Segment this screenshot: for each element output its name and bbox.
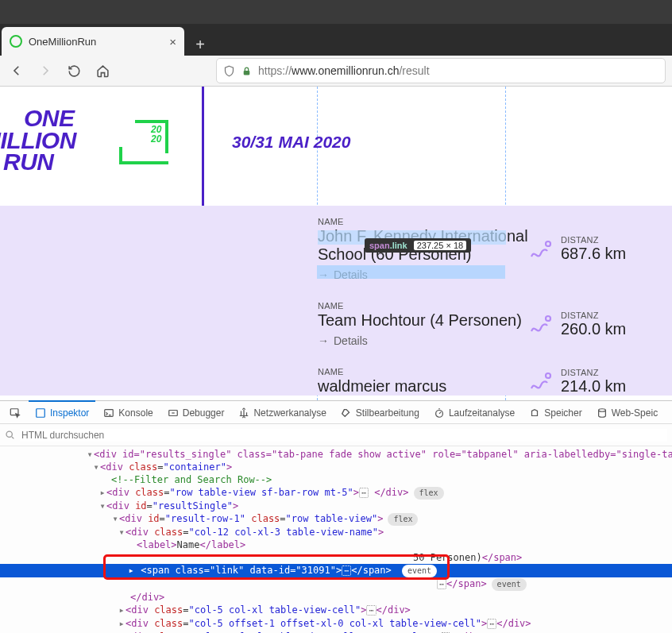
details-link[interactable]: → Details xyxy=(318,334,368,347)
devtools-tab-inspector[interactable]: Inspektor xyxy=(29,400,95,424)
url-text: https://www.onemillionrun.ch/result xyxy=(258,64,430,77)
devtools-panel: Inspektor Konsole Debugger Netzwerkanaly… xyxy=(0,400,672,633)
result-row: NAME John F. Kennedy International Schoo… xyxy=(0,206,672,289)
search-icon xyxy=(5,430,15,440)
svg-point-8 xyxy=(436,411,443,418)
result-distance: 260.0 km xyxy=(561,320,626,338)
new-tab-button[interactable]: + xyxy=(189,33,211,56)
devtools-search[interactable] xyxy=(0,424,672,446)
browser-tab[interactable]: OneMillionRun × xyxy=(2,27,184,56)
dom-node[interactable]: ▸<div class="col-5 offset-1 offset-xl-0 … xyxy=(0,617,672,631)
dom-node[interactable]: <!--Filter and Search Row--> xyxy=(0,473,672,486)
devtools-search-input[interactable] xyxy=(20,429,667,442)
svg-point-9 xyxy=(598,409,605,412)
dom-tree[interactable]: ▾<div id="results_single" class="tab-pan… xyxy=(0,446,672,633)
devtools-tab-debugger[interactable]: Debugger xyxy=(161,400,231,424)
devtools-tab-storage[interactable]: Web-Speic xyxy=(590,400,664,424)
url-bar[interactable]: https://www.onemillionrun.ch/result xyxy=(216,58,666,83)
label-distance: DISTANZ xyxy=(561,368,626,377)
arrow-right-icon: → xyxy=(318,268,329,281)
window-titlebar xyxy=(0,0,672,24)
tabstrip: OneMillionRun × + xyxy=(0,24,672,56)
devtools-tab-memory[interactable]: Speicher xyxy=(523,400,588,424)
label-distance: DISTANZ xyxy=(561,311,626,320)
headline: 30/31 MAI 2020 xyxy=(232,133,350,152)
result-distance: 214.0 km xyxy=(561,377,626,396)
dom-node[interactable]: ▾<div class="col-12 col-xl-3 table-view-… xyxy=(0,526,672,538)
tab-close-icon[interactable]: × xyxy=(169,35,176,48)
tab-title: OneMillionRun xyxy=(29,36,163,48)
forward-button[interactable] xyxy=(35,60,56,81)
dom-node[interactable]: ⋯</span>event xyxy=(0,577,672,591)
svg-point-10 xyxy=(6,431,12,437)
distance-icon xyxy=(529,372,551,391)
back-button[interactable] xyxy=(6,60,27,81)
dom-node[interactable]: ▸<div class="col-5 col-xl table-view-cel… xyxy=(0,604,672,617)
label-distance: DISTANZ xyxy=(561,235,626,245)
dom-node[interactable]: 50 Personen)</span> xyxy=(0,551,672,564)
label-name: NAME xyxy=(318,301,529,311)
browser-toolbar: https://www.onemillionrun.ch/result xyxy=(0,56,672,87)
svg-point-2 xyxy=(546,316,550,321)
shield-icon xyxy=(223,65,235,77)
home-button[interactable] xyxy=(92,60,113,81)
reload-button[interactable] xyxy=(64,60,84,81)
devtools-picker-button[interactable] xyxy=(3,400,27,424)
arrow-right-icon: → xyxy=(318,334,329,347)
favicon xyxy=(10,35,22,48)
svg-point-3 xyxy=(546,373,550,378)
label-name: NAME xyxy=(318,217,529,226)
site-logo[interactable]: ONE MILLION RUN 2020 xyxy=(24,107,76,173)
dom-node[interactable]: ▾<div class="container"> xyxy=(0,461,672,473)
devtools-tab-style[interactable]: Stilbearbeitung xyxy=(334,400,426,424)
dom-node[interactable]: ▾<div id="results_single" class="tab-pan… xyxy=(0,448,672,461)
devtools-tab-perf[interactable]: Laufzeitanalyse xyxy=(427,400,521,424)
label-name: NAME xyxy=(318,367,529,376)
dom-node[interactable]: ▸<div class="row table-view sf-bar-row m… xyxy=(0,486,672,500)
divider xyxy=(202,87,204,207)
dom-node-selected[interactable]: ▸ <span class="link" data-id="31091">⋯</… xyxy=(0,564,672,577)
distance-icon xyxy=(529,315,551,334)
devtools-tab-network[interactable]: Netzwerkanalyse xyxy=(232,400,332,424)
devtools-tabs: Inspektor Konsole Debugger Netzwerkanaly… xyxy=(0,401,672,424)
dom-node[interactable]: </div> xyxy=(0,591,672,604)
result-name[interactable]: waldmeier marcus xyxy=(318,377,529,396)
page-viewport: ONE MILLION RUN 2020 30/31 MAI 2020 NAME… xyxy=(0,87,672,400)
devtools-tab-console[interactable]: Konsole xyxy=(97,400,159,424)
svg-point-1 xyxy=(546,241,550,246)
dom-node[interactable]: <label>Name</label> xyxy=(0,538,672,551)
details-link[interactable]: → Details xyxy=(318,268,368,281)
svg-rect-0 xyxy=(244,70,250,74)
distance-icon xyxy=(529,240,551,259)
results-list: NAME John F. Kennedy International Schoo… xyxy=(0,206,672,396)
svg-rect-5 xyxy=(37,409,45,418)
lock-icon xyxy=(241,66,252,76)
result-distance: 687.6 km xyxy=(561,245,626,263)
result-name[interactable]: Team Hochtour (4 Personen) xyxy=(318,311,529,330)
inspector-tooltip: span.link 237.25 × 18 xyxy=(365,238,471,253)
dom-node[interactable]: ▾<div id="resultSingle"> xyxy=(0,500,672,512)
result-row: NAME waldmeier marcus DISTANZ 214.0 km xyxy=(0,355,672,396)
result-row: NAME Team Hochtour (4 Personen) → Detail… xyxy=(0,289,672,355)
dom-node[interactable]: ▾<div id="result-row-1" class="row table… xyxy=(0,512,672,526)
